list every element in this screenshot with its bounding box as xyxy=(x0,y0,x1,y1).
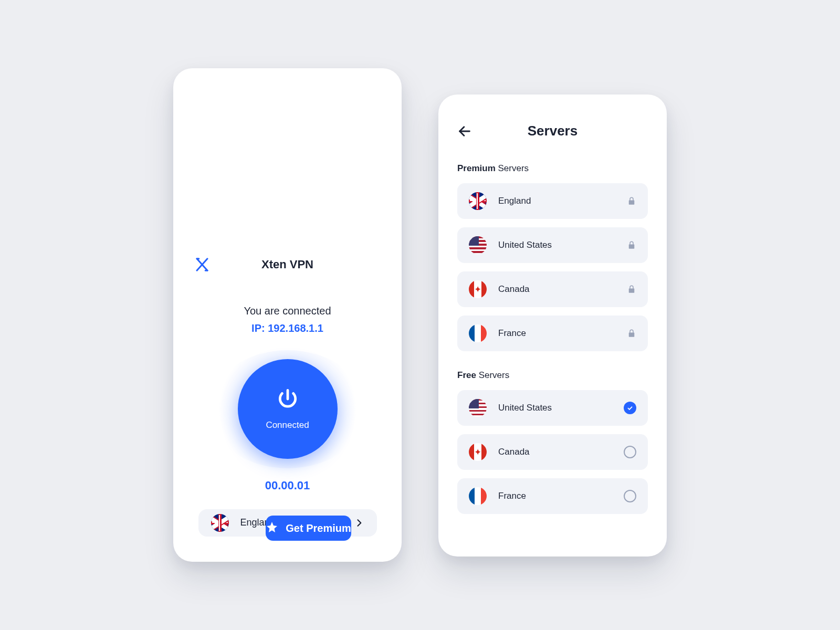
server-item[interactable]: France xyxy=(457,478,648,514)
app-title: Xten VPN xyxy=(194,258,381,271)
flag-icon-fr xyxy=(469,487,487,505)
lock-icon xyxy=(627,284,636,295)
flag-icon-ca: ✦ xyxy=(469,443,487,461)
radio-unselected-icon[interactable] xyxy=(624,490,636,502)
servers-screen: Servers Premium Servers EnglandUnited St… xyxy=(438,94,667,556)
lock-icon xyxy=(627,240,636,250)
server-name: France xyxy=(498,491,526,501)
server-name: Canada xyxy=(498,284,530,295)
server-name: England xyxy=(498,196,531,206)
radio-unselected-icon[interactable] xyxy=(624,446,636,458)
ip-address: IP: 192.168.1.1 xyxy=(244,322,331,334)
flag-icon-us xyxy=(469,399,487,417)
server-name: France xyxy=(498,328,526,339)
server-item[interactable]: ✦Canada xyxy=(457,434,648,470)
get-premium-button[interactable]: Get Premium xyxy=(266,516,351,541)
server-item[interactable]: ✦Canada xyxy=(457,271,648,307)
star-icon xyxy=(266,521,278,536)
chevron-right-icon xyxy=(354,518,364,528)
servers-header: Servers xyxy=(457,94,648,139)
servers-title: Servers xyxy=(457,123,648,139)
flag-icon-ca: ✦ xyxy=(469,280,487,298)
server-item[interactable]: United States xyxy=(457,227,648,263)
server-item[interactable]: England xyxy=(457,183,648,219)
premium-section-heading: Premium Servers xyxy=(457,163,648,174)
premium-server-list: EnglandUnited States✦CanadaFrance xyxy=(457,183,648,351)
dial-label: Connected xyxy=(266,420,309,430)
home-header: Xten VPN xyxy=(194,238,381,272)
server-item[interactable]: United States xyxy=(457,390,648,426)
flag-icon-fr xyxy=(469,324,487,342)
flag-icon-us xyxy=(469,236,487,254)
app-logo-icon xyxy=(194,257,210,272)
lock-icon xyxy=(627,196,636,206)
lock-icon xyxy=(627,328,636,339)
get-premium-label: Get Premium xyxy=(286,522,351,534)
power-dial-glow: Connected xyxy=(209,350,366,468)
flag-icon-uk xyxy=(211,514,229,532)
server-item[interactable]: France xyxy=(457,316,648,351)
power-icon xyxy=(276,387,299,413)
status-text: You are connected xyxy=(244,305,331,317)
free-section-heading: Free Servers xyxy=(457,370,648,381)
server-name: Canada xyxy=(498,447,530,457)
free-server-list: United States✦CanadaFrance xyxy=(457,390,648,514)
connect-toggle-button[interactable]: Connected xyxy=(238,359,338,459)
flag-icon-uk xyxy=(469,192,487,210)
radio-selected-icon[interactable] xyxy=(624,402,636,414)
home-screen: Xten VPN You are connected IP: 192.168.1… xyxy=(173,68,402,562)
connection-timer: 00.00.01 xyxy=(265,479,310,492)
server-name: United States xyxy=(498,240,552,250)
connection-status: You are connected IP: 192.168.1.1 xyxy=(244,305,331,334)
server-name: United States xyxy=(498,403,552,413)
